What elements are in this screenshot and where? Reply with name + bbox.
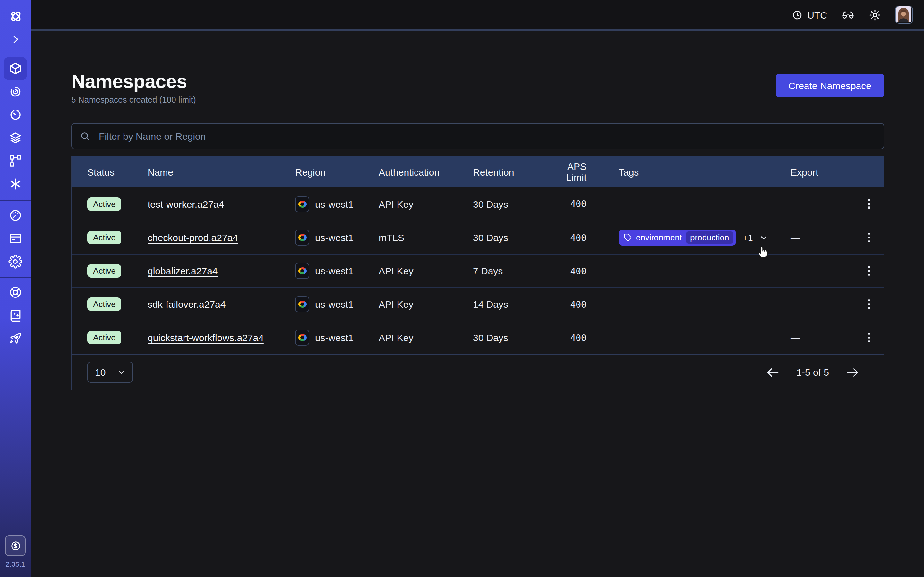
namespace-link[interactable]: sdk-failover.a27a4 bbox=[148, 299, 226, 309]
tag-key: environment bbox=[636, 233, 682, 242]
cube-icon bbox=[8, 61, 23, 76]
authentication-cell: API Key bbox=[379, 198, 473, 210]
name-cell: checkout-prod.a27a4 bbox=[148, 232, 295, 243]
region-cell: us-west1 bbox=[295, 263, 379, 279]
namespace-link[interactable]: checkout-prod.a27a4 bbox=[148, 232, 238, 243]
name-cell: globalizer.a27a4 bbox=[148, 266, 295, 276]
pricing-button[interactable] bbox=[5, 535, 26, 556]
column-header-name: Name bbox=[148, 166, 295, 177]
tags-cell: environment production +1 bbox=[619, 229, 790, 245]
export-cell: — bbox=[790, 198, 855, 210]
namespace-link[interactable]: quickstart-workflows.a27a4 bbox=[148, 332, 264, 343]
sidebar-expand-chevron-icon[interactable] bbox=[0, 27, 31, 51]
sidebar-item-schedules[interactable] bbox=[0, 103, 31, 126]
billing-card-icon bbox=[8, 231, 23, 245]
row-actions-menu-button[interactable] bbox=[860, 229, 878, 247]
tags-expand-chevron-icon[interactable] bbox=[759, 233, 768, 242]
tag-pill[interactable]: environment production bbox=[619, 229, 736, 245]
status-badge: Active bbox=[87, 298, 121, 311]
tag-more-count: +1 bbox=[743, 232, 753, 243]
retention-cell: 30 Days bbox=[473, 232, 547, 243]
column-header-retention: Retention bbox=[473, 166, 547, 177]
status-cell: Active bbox=[87, 197, 148, 211]
name-cell: sdk-failover.a27a4 bbox=[148, 299, 295, 309]
tag-value: production bbox=[686, 231, 733, 243]
pagination-range: 1-5 of 5 bbox=[796, 367, 829, 378]
search-icon bbox=[79, 131, 90, 142]
namespace-link[interactable]: test-worker.a27a4 bbox=[148, 198, 224, 210]
status-cell: Active bbox=[87, 231, 148, 244]
arrow-left-icon bbox=[766, 367, 780, 377]
sidebar-item-settings[interactable] bbox=[0, 250, 31, 273]
filter-input[interactable] bbox=[71, 123, 884, 149]
tag-icon bbox=[624, 234, 632, 242]
branch-icon bbox=[8, 154, 23, 168]
timer-icon bbox=[8, 108, 23, 122]
sun-icon bbox=[869, 9, 881, 21]
sidebar-divider bbox=[0, 277, 31, 277]
sidebar-item-namespaces[interactable] bbox=[4, 57, 27, 80]
gcp-logo-icon bbox=[295, 330, 309, 346]
status-cell: Active bbox=[87, 331, 148, 344]
sidebar-item-docs[interactable] bbox=[0, 304, 31, 327]
labs-glasses-toggle[interactable] bbox=[841, 8, 855, 21]
app-window: 2.35.1 UTC bbox=[0, 0, 924, 577]
table-body: Active test-worker.a27a4 us-west1 API Ke… bbox=[72, 187, 884, 354]
page-title: Namespaces bbox=[71, 70, 196, 93]
status-badge: Active bbox=[87, 197, 121, 211]
authentication-cell: API Key bbox=[379, 299, 473, 309]
page-size-select[interactable]: 10 bbox=[87, 362, 133, 383]
aps-limit-cell: 400 bbox=[547, 199, 619, 209]
create-namespace-button[interactable]: Create Namespace bbox=[776, 74, 884, 97]
sidebar-item-batch-operations[interactable] bbox=[0, 149, 31, 172]
lifebuoy-icon bbox=[8, 285, 23, 300]
sidebar-item-deployments[interactable] bbox=[0, 126, 31, 149]
sidebar-item-nexus[interactable] bbox=[0, 172, 31, 195]
table-row: Active globalizer.a27a4 us-west1 API Key… bbox=[72, 254, 884, 287]
sidebar-item-support[interactable] bbox=[0, 281, 31, 304]
region-cell: us-west1 bbox=[295, 330, 379, 346]
status-cell: Active bbox=[87, 298, 148, 311]
next-page-button[interactable] bbox=[846, 367, 859, 377]
temporal-logo-icon[interactable] bbox=[0, 5, 31, 27]
clock-icon bbox=[792, 9, 803, 20]
user-avatar[interactable] bbox=[895, 6, 913, 24]
authentication-cell: API Key bbox=[379, 332, 473, 343]
sidebar-item-get-started[interactable] bbox=[0, 327, 31, 350]
export-cell: — bbox=[790, 332, 855, 343]
retention-cell: 30 Days bbox=[473, 198, 547, 210]
previous-page-button[interactable] bbox=[766, 367, 780, 377]
sidebar-item-workflows[interactable] bbox=[0, 80, 31, 103]
theme-toggle[interactable] bbox=[869, 9, 881, 21]
table-header: Status Name Region Authentication Retent… bbox=[72, 156, 884, 187]
retention-cell: 7 Days bbox=[473, 266, 547, 276]
retention-cell: 30 Days bbox=[473, 332, 547, 343]
gauge-icon bbox=[8, 208, 23, 222]
column-header-aps-limit: APS Limit bbox=[547, 161, 619, 183]
gcp-logo-icon bbox=[295, 296, 309, 312]
glasses-icon bbox=[841, 8, 855, 21]
region-cell: us-west1 bbox=[295, 296, 379, 312]
gcp-logo-icon bbox=[295, 263, 309, 279]
sidebar-item-usage[interactable] bbox=[0, 204, 31, 227]
sidebar-item-billing[interactable] bbox=[0, 227, 31, 250]
money-badge-icon bbox=[9, 540, 21, 552]
gcp-logo-icon bbox=[295, 229, 309, 245]
region-label: us-west1 bbox=[315, 266, 354, 276]
aps-limit-cell: 400 bbox=[547, 299, 619, 309]
name-cell: quickstart-workflows.a27a4 bbox=[148, 332, 295, 343]
row-actions-menu-button[interactable] bbox=[860, 329, 878, 347]
aps-limit-cell: 400 bbox=[547, 232, 619, 243]
main-area: Namespaces 5 Namespaces created (100 lim… bbox=[31, 32, 924, 577]
row-actions-menu-button[interactable] bbox=[860, 195, 878, 213]
row-actions-menu-button[interactable] bbox=[860, 262, 878, 280]
table-footer: 10 1-5 of 5 bbox=[72, 354, 884, 390]
timezone-selector[interactable]: UTC bbox=[792, 9, 827, 20]
authentication-cell: API Key bbox=[379, 266, 473, 276]
rocket-icon bbox=[8, 332, 23, 346]
region-label: us-west1 bbox=[315, 332, 354, 343]
export-cell: — bbox=[790, 266, 855, 276]
gcp-logo-icon bbox=[295, 196, 309, 212]
namespace-link[interactable]: globalizer.a27a4 bbox=[148, 266, 218, 276]
row-actions-menu-button[interactable] bbox=[860, 295, 878, 313]
